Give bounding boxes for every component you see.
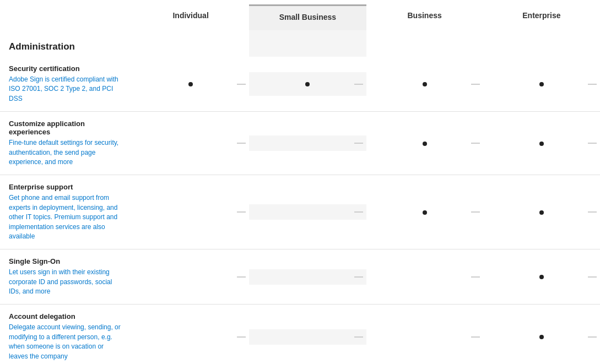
column-headers: Individual Small Business Business Enter… — [0, 0, 600, 30]
side-dash-icon — [354, 211, 363, 213]
feature-desc-security-certification: Security certificationAdobe Sign is cert… — [0, 57, 132, 111]
feature-value-single-sign-on-smallBusiness — [249, 269, 366, 285]
feature-title-single-sign-on: Single Sign-On — [9, 257, 123, 265]
side-dash-icon — [471, 276, 480, 278]
feature-value-customize-application-smallBusiness — [249, 135, 366, 151]
check-dot — [423, 142, 427, 146]
check-dot — [305, 82, 310, 86]
check-dot — [539, 210, 544, 215]
side-dash-icon — [588, 143, 597, 144]
feature-desc-customize-application: Customize application experiencesFine-tu… — [0, 112, 132, 175]
side-dash-icon — [237, 84, 246, 85]
side-dash-icon — [354, 336, 363, 338]
header-small-business: Small Business — [249, 4, 366, 30]
feature-value-account-delegation-smallBusiness — [249, 329, 366, 345]
feature-value-enterprise-support-enterprise — [483, 200, 600, 224]
side-dash-icon — [471, 143, 480, 144]
section-title: Administration — [0, 30, 132, 57]
feature-desc-account-delegation: Account delegationDelegate account viewi… — [0, 305, 132, 364]
feature-body-customize-application: Fine-tune default settings for security,… — [9, 138, 123, 167]
header-enterprise: Enterprise — [483, 4, 600, 30]
empty-header-cell — [0, 4, 132, 30]
feature-value-customize-application-enterprise — [483, 132, 600, 155]
section-title-row: Administration — [0, 30, 600, 57]
feature-row-security-certification: Security certificationAdobe Sign is cert… — [0, 57, 600, 112]
side-dash-icon — [237, 276, 246, 278]
feature-value-account-delegation-individual — [132, 329, 249, 345]
feature-title-account-delegation: Account delegation — [9, 312, 123, 320]
feature-value-account-delegation-business — [366, 329, 483, 345]
feature-value-single-sign-on-business — [366, 269, 483, 285]
side-dash-icon — [354, 143, 363, 144]
side-dash-icon — [471, 211, 480, 213]
check-dot — [423, 82, 427, 86]
feature-value-security-certification-smallBusiness — [249, 72, 366, 96]
feature-value-customize-application-business — [366, 132, 483, 155]
check-dot — [539, 335, 544, 339]
section-spacer-individual — [132, 30, 249, 57]
header-business: Business — [366, 4, 483, 30]
check-dot — [539, 82, 544, 86]
check-dot — [539, 275, 544, 279]
feature-value-single-sign-on-individual — [132, 269, 249, 285]
feature-row-single-sign-on: Single Sign-OnLet users sign in with the… — [0, 249, 600, 305]
side-dash-icon — [588, 276, 597, 278]
section-spacer-business — [366, 30, 483, 57]
check-dot — [423, 210, 427, 215]
feature-title-enterprise-support: Enterprise support — [9, 183, 123, 191]
side-dash-icon — [354, 276, 363, 278]
feature-value-security-certification-individual — [132, 72, 249, 96]
check-dot — [539, 142, 544, 146]
side-dash-icon — [471, 84, 480, 85]
side-dash-icon — [237, 336, 246, 338]
feature-body-account-delegation: Delegate account viewing, sending, or mo… — [9, 323, 123, 361]
feature-value-security-certification-business — [366, 72, 483, 96]
feature-value-enterprise-support-business — [366, 200, 483, 224]
feature-body-security-certification: Adobe Sign is certified compliant with I… — [9, 75, 123, 104]
feature-value-customize-application-individual — [132, 135, 249, 151]
feature-body-single-sign-on: Let users sign in with their existing co… — [9, 268, 123, 296]
feature-row-account-delegation: Account delegationDelegate account viewi… — [0, 305, 600, 364]
feature-row-customize-application: Customize application experiencesFine-tu… — [0, 112, 600, 175]
section-spacer-enterprise — [483, 30, 600, 57]
side-dash-icon — [237, 143, 246, 144]
side-dash-icon — [237, 211, 246, 213]
feature-title-customize-application: Customize application experiences — [9, 119, 123, 136]
feature-value-enterprise-support-smallBusiness — [249, 204, 366, 220]
side-dash-icon — [471, 336, 480, 338]
feature-desc-enterprise-support: Enterprise supportGet phone and email su… — [0, 175, 132, 249]
feature-value-single-sign-on-enterprise — [483, 265, 600, 289]
feature-value-security-certification-enterprise — [483, 72, 600, 96]
side-dash-icon — [588, 336, 597, 338]
feature-value-enterprise-support-individual — [132, 204, 249, 220]
feature-body-enterprise-support: Get phone and email support from experts… — [9, 193, 123, 241]
side-dash-icon — [588, 211, 597, 213]
feature-rows: Security certificationAdobe Sign is cert… — [0, 57, 600, 364]
header-individual: Individual — [132, 4, 249, 30]
section-spacer-small-business — [249, 30, 366, 57]
side-dash-icon — [354, 84, 363, 85]
feature-row-enterprise-support: Enterprise supportGet phone and email su… — [0, 175, 600, 249]
comparison-table: Individual Small Business Business Enter… — [0, 0, 600, 364]
feature-value-account-delegation-enterprise — [483, 325, 600, 349]
feature-title-security-certification: Security certification — [9, 64, 123, 73]
check-dot — [188, 82, 193, 86]
side-dash-icon — [588, 84, 597, 85]
feature-desc-single-sign-on: Single Sign-OnLet users sign in with the… — [0, 249, 132, 304]
